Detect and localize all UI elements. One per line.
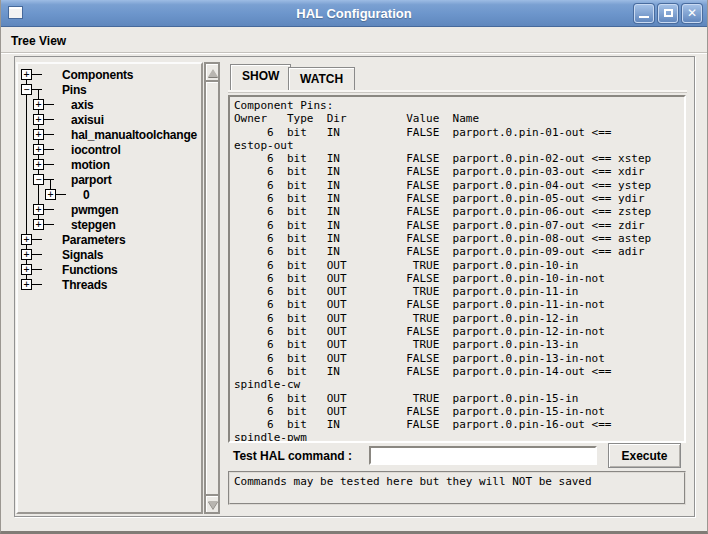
tree-connector <box>44 119 54 120</box>
menu-tree-view[interactable]: Tree View <box>1 34 76 48</box>
tree-connector <box>32 239 42 240</box>
tree-item-hal-manualtoolchange[interactable]: + hal_manualtoolchange <box>18 127 201 142</box>
expander-plus-icon[interactable]: + <box>45 189 56 200</box>
scroll-up-button[interactable] <box>205 63 219 81</box>
expander-plus-icon[interactable]: + <box>33 129 44 140</box>
close-button[interactable]: ✕ <box>682 4 702 23</box>
scrollbar-thumb[interactable] <box>205 81 219 495</box>
tree-item-parport[interactable]: − parport <box>18 172 201 187</box>
tree-item-label: Pins <box>62 83 87 97</box>
tree-item-label: iocontrol <box>71 143 121 157</box>
tree-item-pwmgen[interactable]: + pwmgen <box>18 202 201 217</box>
tree-item-signals[interactable]: + Signals <box>18 247 201 262</box>
tree-scrollbar[interactable] <box>204 62 220 514</box>
maximize-icon <box>664 9 673 17</box>
tree-item-threads[interactable]: + Threads <box>18 277 201 292</box>
tree-connector <box>44 224 54 225</box>
show-output-text: Component Pins: Owner Type Dir Value Nam… <box>230 97 684 443</box>
tree-connector <box>32 254 42 255</box>
tree-item-functions[interactable]: + Functions <box>18 262 201 277</box>
window-title: HAL Configuration <box>1 6 707 21</box>
tree-item-components[interactable]: + Components <box>18 67 201 82</box>
message-panel: Commands may be tested here but they wil… <box>228 471 686 505</box>
expander-plus-icon[interactable]: + <box>33 159 44 170</box>
expander-plus-icon[interactable]: + <box>33 219 44 230</box>
tree-connector <box>32 74 42 75</box>
expander-plus-icon[interactable]: + <box>33 204 44 215</box>
tree-item-axis[interactable]: + axis <box>18 97 201 112</box>
tree-connector <box>32 89 42 90</box>
minimize-icon <box>639 16 649 18</box>
scroll-down-icon <box>208 501 218 509</box>
expander-plus-icon[interactable]: + <box>21 279 32 290</box>
scroll-down-button[interactable] <box>205 495 219 513</box>
tree-connector <box>44 179 54 180</box>
tree-connector <box>32 269 42 270</box>
tree-connector <box>56 194 66 195</box>
expander-plus-icon[interactable]: + <box>33 114 44 125</box>
tree-connector <box>44 134 54 135</box>
expander-minus-icon[interactable]: − <box>33 174 44 185</box>
show-output-panel[interactable]: Component Pins: Owner Type Dir Value Nam… <box>228 95 686 443</box>
tree-item-label: Functions <box>62 263 118 277</box>
tree-connector <box>44 149 54 150</box>
tree-item-label: Parameters <box>62 233 125 247</box>
expander-minus-icon[interactable]: − <box>21 84 32 95</box>
tree-item-iocontrol[interactable]: + iocontrol <box>18 142 201 157</box>
tree-connector <box>44 209 54 210</box>
titlebar[interactable]: HAL Configuration ✕ <box>1 0 707 27</box>
close-icon: ✕ <box>683 6 701 20</box>
expander-plus-icon[interactable]: + <box>21 264 32 275</box>
tree-item-label: stepgen <box>71 218 116 232</box>
tree-item-label: pwmgen <box>71 203 118 217</box>
expander-plus-icon[interactable]: + <box>33 99 44 110</box>
tree-item-label: Components <box>62 68 133 82</box>
tree-item-label: Signals <box>62 248 103 262</box>
minimize-button[interactable] <box>634 4 654 23</box>
tree-item-label: motion <box>71 158 110 172</box>
tree-connector <box>44 104 54 105</box>
tree-item-label: axisui <box>71 113 104 127</box>
tab-show[interactable]: SHOW <box>230 64 291 90</box>
tree-connector <box>44 164 54 165</box>
expander-plus-icon[interactable]: + <box>21 69 32 80</box>
expander-plus-icon[interactable]: + <box>33 144 44 155</box>
message-text: Commands may be tested here but they wil… <box>230 473 684 488</box>
tree-connector <box>32 284 42 285</box>
tree-item-motion[interactable]: + motion <box>18 157 201 172</box>
execute-button[interactable]: Execute <box>608 443 681 468</box>
tree-item-label: hal_manualtoolchange <box>71 128 197 142</box>
test-hal-command-label: Test HAL command : <box>233 449 352 463</box>
tree-item-parport-0[interactable]: + 0 <box>18 187 201 202</box>
tree-item-parameters[interactable]: + Parameters <box>18 232 201 247</box>
notebook-edge <box>228 90 687 92</box>
scroll-up-icon <box>208 69 218 77</box>
hal-command-input[interactable] <box>369 446 597 465</box>
tree-item-pins[interactable]: − Pins <box>18 82 201 97</box>
expander-plus-icon[interactable]: + <box>21 234 32 245</box>
tree-item-label: axis <box>71 98 94 112</box>
maximize-button[interactable] <box>658 4 678 23</box>
main-frame: + Components − Pins + axis + axi <box>14 56 695 517</box>
tree-item-label: parport <box>71 173 112 187</box>
tab-watch[interactable]: WATCH <box>288 67 355 90</box>
hal-configuration-window: HAL Configuration ✕ Tree View + Componen… <box>0 0 708 534</box>
tree-view-panel: + Components − Pins + axis + axi <box>16 62 203 514</box>
tree-item-stepgen[interactable]: + stepgen <box>18 217 201 232</box>
expander-plus-icon[interactable]: + <box>21 249 32 260</box>
app-window-icon <box>8 6 23 19</box>
tree-item-label: 0 <box>83 188 89 202</box>
tree-item-label: Threads <box>62 278 107 292</box>
menubar: Tree View <box>1 28 707 54</box>
tree-item-axisui[interactable]: + axisui <box>18 112 201 127</box>
